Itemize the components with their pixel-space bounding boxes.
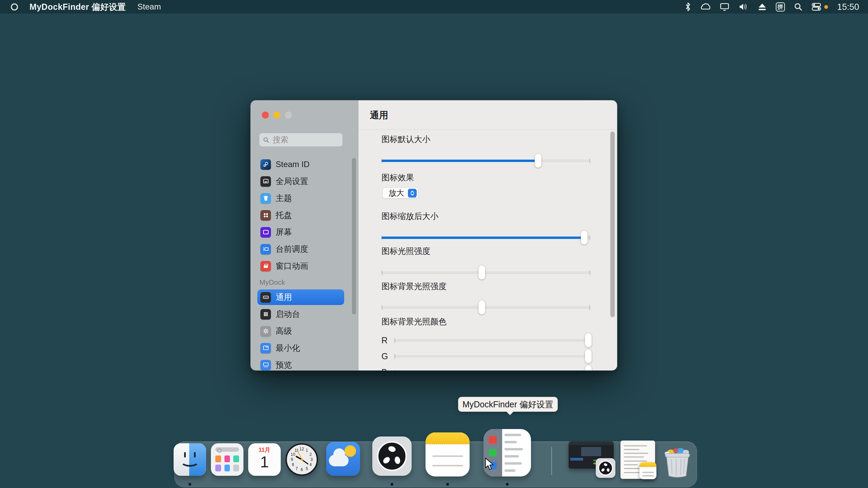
search-input[interactable] [272,135,339,145]
dock-general-icon [260,292,271,303]
dock-launchpad-icon[interactable] [211,443,243,476]
sidebar-item-stage-manager[interactable]: 台前调度 [257,241,344,257]
sidebar-item-label: 屏幕 [276,227,292,238]
sidebar-item-theme[interactable]: 主题 [257,190,344,206]
red-channel-slider[interactable] [394,333,590,348]
sidebar-item-launchpad-grid[interactable]: 启动台 [257,306,344,322]
icon-bg-light-intensity-slider[interactable] [381,300,590,315]
dock-clock-icon[interactable]: 12369 1245 781011 [285,443,318,476]
preview-icon [260,360,271,370]
eject-icon[interactable] [758,2,767,12]
search-icon [263,137,269,143]
running-indicator [506,483,509,486]
setting-label: 图标效果 [381,172,414,183]
pinyin-input-icon[interactable]: 拼 [776,2,785,12]
slider-thumb[interactable] [581,230,588,245]
search-icon[interactable] [794,2,802,12]
sidebar-item-label: 主题 [276,193,292,204]
slider-thumb[interactable] [478,300,485,314]
setting-label: 图标背景光照强度 [381,281,447,292]
sidebar-item-dock-general[interactable]: 通用 [257,289,344,305]
setting-label: 图标缩放后大小 [381,211,438,222]
svg-text:8: 8 [292,462,294,467]
dock-tooltip: MyDockFinder 偏好设置 [458,397,558,412]
sidebar-item-advanced-gear[interactable]: 高级 [257,323,344,339]
sidebar-item-preview[interactable]: 预览 [257,357,344,371]
menu-steam[interactable]: Steam [137,2,161,12]
svg-text:2: 2 [310,452,312,457]
preferences-window: Steam ID全局设置主题托盘屏幕台前调度窗口动画MyDock通用启动台高级最… [250,100,617,371]
global-settings-icon [260,176,271,187]
launchpad-tiles [215,455,239,471]
icon-zoom-size-slider[interactable] [381,230,590,245]
sidebar-item-minimize[interactable]: 最小化 [257,340,344,356]
calendar-month: 11月 [259,446,271,454]
icon-effect-select[interactable]: 放大 [382,187,418,199]
slider-thumb[interactable] [478,265,485,280]
slider-thumb[interactable] [585,333,592,347]
dock-obs-icon[interactable] [372,436,412,476]
window-animation-icon [260,261,271,271]
channel-label: B [381,367,387,370]
tray-icon [260,210,271,221]
dock-finder-icon[interactable] [174,443,206,476]
icon-size-slider[interactable] [381,153,590,168]
minimize-button[interactable] [273,111,280,119]
control-center-icon[interactable] [811,2,828,12]
sidebar-item-screen[interactable]: 屏幕 [257,224,344,240]
content-header: 通用 [358,100,617,130]
bluetooth-icon[interactable] [685,2,691,12]
slider-thumb[interactable] [535,154,541,168]
stage-manager-icon [260,244,271,255]
running-indicator [391,483,393,486]
svg-text:9: 9 [291,457,293,462]
icon-light-intensity-slider[interactable] [381,265,590,280]
sidebar-item-tray[interactable]: 托盘 [257,207,344,223]
display-icon[interactable] [720,2,729,12]
zoom-button[interactable] [285,111,292,119]
sidebar-item-label: 台前调度 [276,244,308,255]
launchpad-grid-icon [260,309,271,320]
traffic-lights [262,111,292,119]
volume-icon[interactable] [738,2,749,12]
sidebar-item-label: 窗口动画 [276,261,308,271]
slider-thumb[interactable] [585,349,592,363]
dock-weather-icon[interactable] [326,442,360,476]
svg-text:12: 12 [299,447,304,451]
sidebar-item-window-animation[interactable]: 窗口动画 [257,258,344,274]
sidebar-item-steam[interactable]: Steam ID [257,157,344,172]
running-indicator [189,483,191,486]
svg-text:1: 1 [306,448,308,453]
sidebar-scrollbar[interactable] [352,158,356,314]
sidebar-item-global-settings[interactable]: 全局设置 [257,174,344,189]
svg-text:5: 5 [306,466,308,471]
svg-text:6: 6 [301,467,303,472]
network-drive-icon[interactable] [701,2,711,12]
slider-thumb[interactable] [585,365,592,370]
blue-channel-slider[interactable] [394,365,590,370]
system-logo-icon[interactable] [11,3,18,11]
page-title: 通用 [370,109,388,121]
dock-trash-icon[interactable] [663,447,692,479]
notes-preview-badge-icon [639,462,656,479]
sidebar-item-label: Steam ID [276,160,310,169]
obs-preview-badge-icon [596,458,615,478]
menu-bar: MyDockFinder 偏好设置 Steam 拼 [0,0,868,14]
calendar-day: 1 [260,454,269,470]
content-scrollbar[interactable] [610,131,615,317]
chevron-up-down-icon [408,189,417,198]
green-channel-slider[interactable] [394,349,590,364]
close-button[interactable] [262,111,269,119]
dock-calendar-icon[interactable]: 11月 1 [248,443,281,476]
mydf-lines [505,434,528,472]
sidebar-item-label: 启动台 [276,309,300,320]
steam-icon [260,159,271,170]
screen-icon [260,227,271,238]
sidebar: Steam ID全局设置主题托盘屏幕台前调度窗口动画MyDock通用启动台高级最… [251,100,358,370]
channel-label: G [381,351,388,362]
sidebar-list: Steam ID全局设置主题托盘屏幕台前调度窗口动画MyDock通用启动台高级最… [257,157,344,371]
dock-notes-icon[interactable] [426,432,470,476]
sidebar-search[interactable] [259,133,343,147]
sidebar-item-label: 预览 [276,360,292,370]
menu-app-name[interactable]: MyDockFinder 偏好设置 [29,1,126,13]
